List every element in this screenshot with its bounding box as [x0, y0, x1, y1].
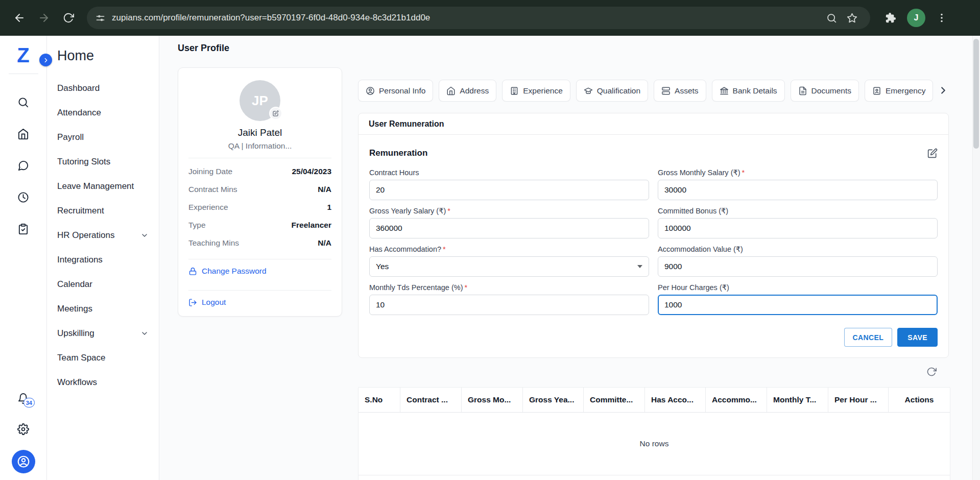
detail-row-contract-mins: Contract MinsN/A: [188, 180, 331, 198]
field-monthly-tds-percentage: Monthly Tds Percentage (%)*: [369, 283, 649, 315]
profile-tabs: Personal Info Address Experience Qualifi…: [358, 80, 949, 102]
nav-item-team-space[interactable]: Team Space: [47, 346, 159, 370]
has-accommodation-select[interactable]: [369, 256, 649, 277]
field-label: Has Accommodation?: [369, 245, 441, 253]
column-header-gross-yearly[interactable]: Gross Yea...: [523, 388, 584, 412]
nav-item-integrations[interactable]: Integrations: [47, 248, 159, 272]
home-icon[interactable]: [17, 128, 29, 140]
column-header-accommodation[interactable]: Accommo...: [706, 388, 767, 412]
tab-bank-details[interactable]: Bank Details: [712, 80, 785, 102]
notifications-bell-icon[interactable]: 34: [17, 393, 29, 404]
nav-item-dashboard[interactable]: Dashboard: [47, 76, 159, 101]
tab-address[interactable]: Address: [439, 80, 496, 102]
bank-icon: [720, 86, 729, 95]
clock-icon[interactable]: [17, 191, 29, 203]
tabs-scroll-right-icon[interactable]: [938, 85, 949, 96]
nav-item-meetings[interactable]: Meetings: [47, 297, 159, 321]
column-header-per-hour[interactable]: Per Hour ...: [828, 388, 889, 412]
back-button[interactable]: [8, 7, 31, 29]
url-text[interactable]: zupians.com/profile/remuneration?user=b5…: [112, 13, 430, 23]
main-content: User Profile JP Jaiki Patel QA | Informa…: [159, 36, 980, 480]
table-pagination: Rows per page: 10 0–0 of 0: [358, 475, 950, 480]
tab-assets[interactable]: Assets: [654, 80, 706, 102]
lock-icon: [188, 267, 197, 276]
search-icon[interactable]: [17, 97, 29, 108]
change-password-link[interactable]: Change Password: [188, 259, 331, 283]
column-header-contract[interactable]: Contract ...: [400, 388, 462, 412]
browser-menu-icon[interactable]: [930, 7, 953, 29]
nav-item-hr-operations[interactable]: HR Operations: [47, 223, 159, 248]
column-header-sno[interactable]: S.No: [358, 388, 400, 412]
bookmark-star-icon[interactable]: [842, 8, 862, 28]
settings-gear-icon[interactable]: [17, 423, 29, 435]
search-this-page-icon[interactable]: [821, 8, 842, 28]
column-header-monthly-tds[interactable]: Monthly T...: [767, 388, 828, 412]
person-circle-icon: [366, 86, 375, 95]
committed-bonus-input[interactable]: [658, 218, 938, 238]
tab-qualification[interactable]: Qualification: [576, 80, 648, 102]
contract-hours-input[interactable]: [369, 180, 649, 200]
nav-item-recruitment[interactable]: Recruitment: [47, 199, 159, 223]
sidebar-expand-button[interactable]: [39, 54, 52, 66]
tasks-icon[interactable]: [17, 223, 29, 235]
address-bar[interactable]: zupians.com/profile/remuneration?user=b5…: [87, 7, 870, 29]
required-asterisk: *: [742, 169, 745, 177]
nav-item-attendance[interactable]: Attendance: [47, 101, 159, 125]
field-label: Gross Monthly Salary (₹): [658, 169, 740, 177]
remuneration-form: Remuneration Contract Hours Gross Monthl…: [358, 148, 948, 347]
window-scrollbar[interactable]: [972, 36, 980, 480]
tab-emergency[interactable]: Emergency: [865, 80, 933, 102]
scrollbar-thumb[interactable]: [973, 39, 979, 149]
extensions-icon[interactable]: [879, 7, 902, 29]
save-button[interactable]: SAVE: [897, 328, 938, 347]
column-header-committed[interactable]: Committe...: [584, 388, 645, 412]
tab-experience[interactable]: Experience: [502, 80, 570, 102]
per-hour-charges-input[interactable]: [658, 295, 938, 315]
browser-actions: J: [879, 7, 953, 29]
document-icon: [798, 86, 807, 95]
rail-divider: [9, 74, 38, 74]
cancel-button[interactable]: CANCEL: [844, 328, 893, 347]
account-person-icon: [17, 455, 30, 468]
column-header-has-accommodation[interactable]: Has Acco...: [645, 388, 706, 412]
contact-card-icon: [872, 86, 881, 95]
nav-item-calendar[interactable]: Calendar: [47, 272, 159, 297]
app-logo[interactable]: Z: [17, 45, 29, 65]
field-contract-hours: Contract Hours: [369, 169, 649, 200]
chat-icon[interactable]: [17, 160, 29, 172]
nav-item-tutoring-slots[interactable]: Tutoring Slots: [47, 150, 159, 174]
edit-remuneration-icon[interactable]: [927, 148, 938, 158]
rail-bottom: 34: [12, 393, 35, 480]
gross-yearly-salary-input[interactable]: [369, 218, 649, 238]
tab-personal-info[interactable]: Personal Info: [358, 80, 433, 102]
accommodation-value-input[interactable]: [658, 256, 938, 277]
nav-item-workflows[interactable]: Workflows: [47, 370, 159, 395]
logout-icon: [188, 298, 197, 307]
graduation-cap-icon: [584, 86, 593, 95]
column-header-gross-monthly[interactable]: Gross Mo...: [462, 388, 523, 412]
site-info-icon[interactable]: [95, 13, 106, 23]
nav-item-leave-management[interactable]: Leave Management: [47, 174, 159, 199]
account-button[interactable]: [12, 450, 35, 473]
required-asterisk: *: [447, 207, 450, 215]
gross-monthly-salary-input[interactable]: [658, 180, 938, 200]
tab-documents[interactable]: Documents: [791, 80, 859, 102]
nav-item-upskilling[interactable]: Upskilling: [47, 321, 159, 346]
browser-window: zupians.com/profile/remuneration?user=b5…: [0, 0, 980, 480]
field-gross-yearly-salary: Gross Yearly Salary (₹)*: [369, 207, 649, 238]
detail-row-joining-date: Joining Date25/04/2023: [188, 162, 331, 180]
forward-button[interactable]: [33, 7, 55, 29]
required-asterisk: *: [464, 283, 467, 292]
avatar-edit-button[interactable]: [269, 107, 282, 120]
pencil-icon: [273, 110, 279, 116]
chevron-down-icon: [140, 231, 149, 239]
profile-avatar: JP: [240, 80, 280, 121]
browser-profile-avatar[interactable]: J: [907, 9, 925, 27]
nav-item-payroll[interactable]: Payroll: [47, 125, 159, 150]
reload-button[interactable]: [57, 7, 80, 29]
monthly-tds-percentage-input[interactable]: [369, 295, 649, 315]
refresh-table-icon[interactable]: [926, 367, 937, 377]
logout-link[interactable]: Logout: [188, 291, 331, 314]
server-icon: [661, 86, 671, 95]
column-header-actions: Actions: [889, 388, 950, 412]
